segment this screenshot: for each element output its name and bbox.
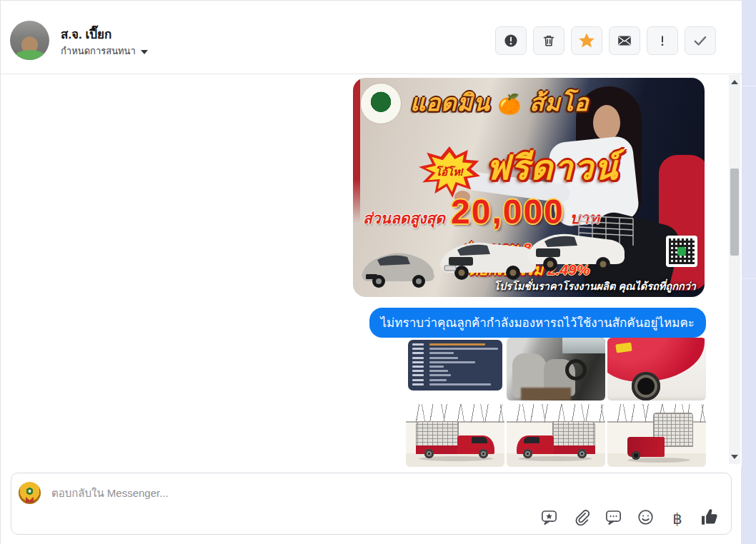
reply-input[interactable]	[51, 480, 552, 505]
qr-code	[666, 236, 697, 267]
conversation-schedule-dropdown[interactable]: กำหนดการสนทนา	[61, 44, 148, 59]
report-button[interactable]	[495, 26, 527, 55]
promo-banner-image[interactable]: แอดมิน 🍊 ส้มโอ โอ้โห! ฟรีดาวน์ ส่วนลดสูง…	[353, 78, 705, 297]
banner-admin-line: แอดมิน 🍊 ส้มโอ	[410, 84, 589, 121]
header-action-toolbar	[495, 26, 716, 55]
scrollbar-up-button[interactable]	[729, 76, 740, 88]
banner-woman-face-shape	[593, 105, 620, 141]
photo-attachment-grid	[406, 338, 706, 467]
page-background-strip	[741, 0, 756, 544]
envelope-icon	[617, 33, 632, 49]
messenger-inbox-window: ส.จ. เปี๊ยก กำหนดการสนทนา	[0, 0, 756, 544]
banner-red-band	[353, 78, 360, 223]
baht-icon: ฿	[672, 511, 682, 526]
dealer-logo-badge	[360, 83, 402, 124]
page-avatar	[19, 482, 41, 504]
photo-red-truck-side-left[interactable]	[406, 404, 504, 467]
steering-wheel-shape	[565, 359, 587, 381]
conversation-header: ส.จ. เปี๊ยก กำหนดการสนทนา	[1, 1, 742, 74]
like-button[interactable]	[700, 508, 720, 528]
triangle-down-icon	[731, 455, 738, 459]
reply-composer: ฿	[11, 473, 732, 535]
star-icon	[578, 32, 595, 49]
composer-toolbar: ฿	[539, 508, 720, 528]
exclamation-icon	[655, 34, 670, 48]
mark-unread-button[interactable]	[609, 26, 640, 55]
speech-bubble-star-icon	[540, 508, 558, 529]
paperclip-icon	[572, 508, 590, 529]
emoji-button[interactable]	[635, 508, 655, 528]
smiley-icon	[637, 508, 655, 529]
photo-cabin-interior[interactable]	[507, 338, 605, 401]
thread-scrollbar[interactable]	[729, 75, 740, 464]
photo-red-car-front-wheel[interactable]	[607, 338, 706, 401]
triangle-up-icon	[731, 80, 738, 84]
banner-footer-text: โปรโมชั่นราคาโรงงานผลิต คุณได้รถที่ถูกกว…	[494, 278, 696, 294]
mark-done-button[interactable]	[685, 26, 716, 55]
outgoing-message-bubble[interactable]: ไม่ทราบว่าคุณลูกค้ากำลังมองหารถไว้ใช้งาน…	[369, 308, 706, 338]
contact-avatar[interactable]	[10, 21, 49, 60]
scrollbar-thumb[interactable]	[730, 168, 739, 256]
conversation-panel: ส.จ. เปี๊ยก กำหนดการสนทนา	[0, 0, 741, 544]
speech-bubble-dots-icon	[605, 508, 622, 529]
spec-table-shape	[408, 340, 502, 391]
conversation-schedule-label: กำหนดการสนทนา	[61, 44, 136, 59]
attach-button[interactable]	[571, 508, 591, 528]
wheel-shape	[632, 372, 660, 401]
mark-important-button[interactable]	[647, 26, 678, 55]
photo-red-truck-rear[interactable]	[607, 404, 706, 467]
saved-replies-button[interactable]	[539, 508, 559, 528]
star-button[interactable]	[571, 26, 602, 55]
white-pickup-cage-shape	[519, 211, 640, 277]
check-icon	[692, 33, 708, 49]
payment-button[interactable]: ฿	[667, 508, 687, 528]
contact-name: ส.จ. เปี๊ยก	[61, 24, 111, 44]
comment-button[interactable]	[603, 508, 623, 528]
trash-icon	[542, 34, 556, 48]
scrollbar-down-button[interactable]	[729, 451, 740, 463]
exclamation-circle-icon	[504, 34, 518, 48]
photo-red-truck-side-right[interactable]	[507, 404, 605, 467]
orange-fruit-icon: 🍊	[497, 94, 522, 115]
chevron-down-icon	[141, 50, 148, 54]
delete-button[interactable]	[533, 26, 564, 55]
message-thread[interactable]: แอดมิน 🍊 ส้มโอ โอ้โห! ฟรีดาวน์ ส่วนลดสูง…	[1, 75, 742, 467]
banner-headline: ฟรีดาวน์	[486, 141, 619, 194]
thumbs-up-icon	[700, 507, 720, 530]
avatar-shirt-shape	[16, 50, 44, 60]
silver-hatchback-shape	[356, 244, 442, 288]
photo-vehicle-spec-sheet[interactable]	[406, 338, 504, 401]
